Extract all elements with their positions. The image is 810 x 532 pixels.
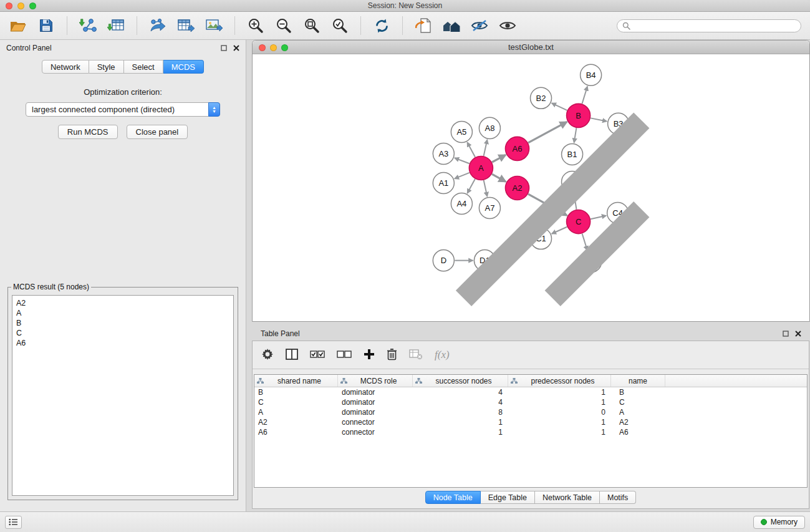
- add-column-icon[interactable]: [364, 349, 375, 362]
- table-cell-role[interactable]: dominator: [338, 388, 413, 397]
- table-cell-succ[interactable]: 1: [413, 418, 508, 427]
- table-row[interactable]: A2connector11A2: [254, 417, 807, 427]
- export-image-icon[interactable]: [205, 16, 223, 35]
- optimization-criterion-select[interactable]: largest connected component (directed) ▲…: [26, 102, 220, 117]
- mcds-result-list[interactable]: A2ABCA6: [12, 295, 234, 496]
- table-cell-shared_name[interactable]: A: [254, 408, 338, 417]
- table-cell-pred[interactable]: 1: [508, 428, 611, 437]
- table-row[interactable]: Bdominator41B: [254, 387, 807, 397]
- close-panel-icon[interactable]: [233, 45, 239, 51]
- float-panel-icon[interactable]: [221, 45, 227, 51]
- vertical-splitter[interactable]: [246, 40, 252, 511]
- close-network-window-button[interactable]: [259, 44, 266, 51]
- minimize-window-button[interactable]: [17, 2, 24, 9]
- zoom-network-window-button[interactable]: [281, 44, 288, 51]
- search-field[interactable]: [617, 19, 801, 32]
- table-cell-name[interactable]: A6: [611, 428, 665, 437]
- open-session-icon[interactable]: [9, 16, 27, 35]
- table-cell-role[interactable]: connector: [338, 418, 413, 427]
- task-history-button[interactable]: [5, 516, 22, 529]
- zoom-out-icon[interactable]: [274, 16, 293, 35]
- function-builder-icon[interactable]: f(x): [435, 349, 450, 361]
- result-list-item[interactable]: A6: [16, 338, 229, 348]
- zoom-fit-icon[interactable]: [302, 16, 321, 35]
- zoom-selected-icon[interactable]: [330, 16, 349, 35]
- table-cell-pred[interactable]: 1: [508, 388, 611, 397]
- table-cell-succ[interactable]: 8: [413, 408, 508, 417]
- open-session-file-icon[interactable]: [414, 16, 433, 35]
- table-cell-shared_name[interactable]: A6: [254, 428, 338, 437]
- close-panel-button[interactable]: Close panel: [127, 125, 188, 139]
- run-mcds-button[interactable]: Run MCDS: [58, 125, 118, 139]
- column-header-predecessor-nodes[interactable]: predecessor nodes: [508, 375, 611, 387]
- export-table-icon[interactable]: [176, 16, 195, 35]
- refresh-icon[interactable]: [372, 16, 391, 35]
- zoom-window-button[interactable]: [29, 2, 36, 9]
- table-cell-role[interactable]: dominator: [338, 398, 413, 407]
- table-cell-succ[interactable]: 4: [413, 388, 508, 397]
- column-sort-icon: [257, 378, 264, 384]
- delete-table-icon[interactable]: [409, 349, 423, 362]
- tab-node-table[interactable]: Node Table: [425, 491, 481, 504]
- resize-grip-icon[interactable]: [253, 54, 809, 321]
- table-tabs: Node Table Edge Table Network Table Moti…: [253, 491, 809, 504]
- export-network-icon[interactable]: [148, 16, 167, 35]
- table-cell-shared_name[interactable]: B: [254, 388, 338, 397]
- table-row[interactable]: Adominator80A: [254, 407, 807, 417]
- zoom-in-icon[interactable]: [246, 16, 265, 35]
- table-cell-name[interactable]: A: [611, 408, 665, 417]
- result-list-item[interactable]: A2: [16, 298, 229, 308]
- show-columns-icon[interactable]: [286, 349, 298, 362]
- table-cell-pred[interactable]: 1: [508, 398, 611, 407]
- result-list-item[interactable]: B: [16, 318, 229, 328]
- network-canvas[interactable]: B4B2BB3A5A8A6B1A3AC2A1A2A4A7C4CC1C3DD1: [253, 54, 809, 321]
- minimize-network-window-button[interactable]: [270, 44, 277, 51]
- memory-button[interactable]: Memory: [753, 516, 805, 529]
- table-cell-pred[interactable]: 1: [508, 418, 611, 427]
- table-cell-role[interactable]: connector: [338, 428, 413, 437]
- network-window-titlebar[interactable]: testGlobe.txt: [253, 41, 809, 54]
- save-session-icon[interactable]: [37, 16, 55, 35]
- search-icon: [622, 22, 630, 30]
- app-window: { "window": { "title": "Session: New Ses…: [0, 0, 810, 532]
- table-cell-succ[interactable]: 4: [413, 398, 508, 407]
- table-cell-shared_name[interactable]: A2: [254, 418, 338, 427]
- close-window-button[interactable]: [6, 2, 12, 9]
- column-header-name[interactable]: name: [611, 375, 665, 387]
- table-row[interactable]: Cdominator41C: [254, 397, 807, 407]
- float-table-panel-icon[interactable]: [783, 331, 789, 337]
- tab-mcds[interactable]: MCDS: [163, 60, 204, 74]
- column-header-successor-nodes[interactable]: successor nodes: [413, 375, 508, 387]
- tab-style[interactable]: Style: [89, 60, 124, 74]
- toolbar-separator: [234, 16, 235, 35]
- table-settings-gear-icon[interactable]: [261, 348, 274, 362]
- result-list-item[interactable]: A: [16, 308, 229, 318]
- import-table-icon[interactable]: [107, 16, 125, 35]
- table-cell-succ[interactable]: 1: [413, 428, 508, 437]
- home-icon[interactable]: [442, 16, 461, 35]
- table-cell-role[interactable]: dominator: [338, 408, 413, 417]
- search-input[interactable]: [634, 21, 796, 30]
- delete-column-icon[interactable]: [387, 348, 397, 362]
- import-network-icon[interactable]: [79, 16, 97, 35]
- tab-select[interactable]: Select: [124, 60, 163, 74]
- table-cell-name[interactable]: B: [611, 388, 665, 397]
- table-cell-name[interactable]: A2: [611, 418, 665, 427]
- column-header-mcds-role[interactable]: MCDS role: [338, 375, 413, 387]
- table-cell-shared_name[interactable]: C: [254, 398, 338, 407]
- close-table-panel-icon[interactable]: [795, 331, 801, 337]
- tab-edge-table[interactable]: Edge Table: [481, 491, 535, 504]
- table-cell-name[interactable]: C: [611, 398, 665, 407]
- tab-network[interactable]: Network: [42, 60, 89, 74]
- main-toolbar: [0, 12, 810, 40]
- table-cell-pred[interactable]: 0: [508, 408, 611, 417]
- tab-network-table[interactable]: Network Table: [535, 491, 600, 504]
- result-list-item[interactable]: C: [16, 328, 229, 338]
- deselect-all-rows-icon[interactable]: [337, 349, 352, 361]
- select-all-rows-icon[interactable]: [310, 349, 325, 361]
- table-row[interactable]: A6connector11A6: [254, 427, 807, 437]
- column-header-shared-name[interactable]: shared name: [254, 375, 338, 387]
- show-graphics-details-icon[interactable]: [470, 16, 489, 35]
- tab-motifs[interactable]: Motifs: [600, 491, 636, 504]
- show-hide-panel-icon[interactable]: [498, 16, 517, 35]
